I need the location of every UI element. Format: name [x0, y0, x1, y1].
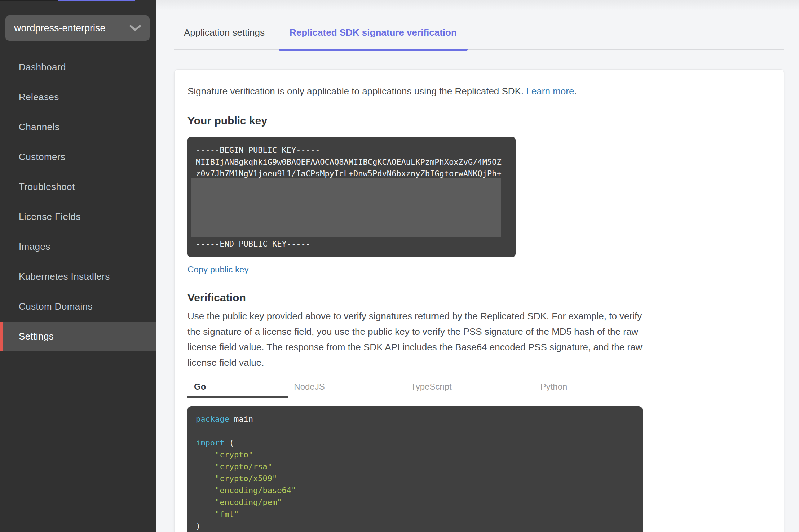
sidebar-item-license-fields[interactable]: License Fields — [0, 202, 156, 232]
code-line: ) — [196, 520, 643, 532]
sidebar-item-label: Images — [19, 241, 50, 252]
tab-replicated-sdk-signature-verification[interactable]: Replicated SDK signature verification — [279, 27, 468, 49]
learn-more-link[interactable]: Learn more — [526, 86, 574, 97]
sidebar-item-label: Troubleshoot — [19, 181, 75, 192]
public-key-line: z0v7Jh7M1NgV1joeu9l1/IaCPsMpyIcL+Dnw5Pdv… — [196, 168, 502, 179]
code-line: "fmt" — [196, 508, 643, 520]
settings-card: Signature verification is only applicabl… — [174, 69, 784, 532]
redacted-key-overlay — [191, 178, 501, 237]
sidebar-item-troubleshoot[interactable]: Troubleshoot — [0, 172, 156, 202]
app-selector-dropdown[interactable]: wordpress-enterprise — [5, 15, 150, 41]
public-key-line: -----BEGIN PUBLIC KEY----- — [196, 145, 320, 156]
top-tabs: Application settingsReplicated SDK signa… — [174, 0, 784, 50]
code-line: "crypto" — [196, 449, 643, 461]
app-window: wordpress-enterprise DashboardReleasesCh… — [0, 0, 799, 532]
sidebar-item-label: Releases — [19, 92, 59, 103]
sidebar-item-label: Custom Domains — [19, 301, 93, 312]
go-code-block: package main import ( "crypto" "crypto/r… — [187, 406, 643, 532]
code-line: "crypto/x509" — [196, 473, 643, 484]
copy-public-key-link[interactable]: Copy public key — [187, 265, 248, 275]
sidebar-item-channels[interactable]: Channels — [0, 112, 156, 142]
app-selector-label: wordpress-enterprise — [14, 23, 129, 34]
sidebar-item-label: Settings — [19, 331, 54, 342]
public-key-heading: Your public key — [187, 114, 784, 127]
top-strip-purple — [58, 0, 135, 1]
code-content: package main import ( "crypto" "crypto/r… — [196, 413, 643, 532]
sidebar-item-kubernetes-installers[interactable]: Kubernetes Installers — [0, 262, 156, 292]
chevron-down-icon — [129, 25, 141, 31]
intro-lead: Signature verification is only applicabl… — [187, 86, 526, 97]
sidebar-divider — [5, 46, 151, 46]
verification-paragraph: Use the public key provided above to ver… — [187, 309, 645, 371]
lang-tab-python[interactable]: Python — [540, 376, 568, 398]
verification-heading: Verification — [187, 291, 784, 304]
sidebar-item-label: License Fields — [19, 211, 81, 222]
code-line: "encoding/pem" — [196, 496, 643, 508]
code-line: "crypto/rsa" — [196, 461, 643, 473]
intro-suffix: . — [574, 86, 577, 97]
sidebar: wordpress-enterprise DashboardReleasesCh… — [0, 0, 156, 532]
code-line: package main — [196, 413, 643, 425]
lang-tab-typescript[interactable]: TypeScript — [411, 376, 451, 398]
sidebar-nav: DashboardReleasesChannelsCustomersTroubl… — [0, 52, 156, 351]
top-strip-dark — [0, 0, 58, 1]
lang-tab-nodejs[interactable]: NodeJS — [294, 376, 325, 398]
intro-text: Signature verification is only applicabl… — [187, 85, 645, 98]
sidebar-item-releases[interactable]: Releases — [0, 82, 156, 112]
code-line: import ( — [196, 437, 643, 449]
sidebar-item-customers[interactable]: Customers — [0, 142, 156, 172]
lang-tab-go[interactable]: Go — [187, 376, 288, 398]
sidebar-item-label: Kubernetes Installers — [19, 271, 110, 282]
public-key-line: MIIBIjANBgkqhkiG9w0BAQEFAAOCAQ8AMIIBCgKC… — [196, 156, 502, 168]
sidebar-item-images[interactable]: Images — [0, 232, 156, 262]
sidebar-item-label: Channels — [19, 121, 59, 133]
sidebar-item-custom-domains[interactable]: Custom Domains — [0, 292, 156, 322]
lang-tabs: GoNodeJSTypeScriptPython — [187, 376, 643, 398]
public-key-block: -----END PUBLIC KEY----- -----BEGIN PUBL… — [187, 137, 516, 257]
sidebar-item-settings[interactable]: Settings — [0, 322, 156, 351]
code-line — [196, 425, 643, 437]
sidebar-item-label: Customers — [19, 151, 65, 163]
tab-application-settings[interactable]: Application settings — [184, 27, 265, 49]
sidebar-item-label: Dashboard — [19, 62, 66, 73]
public-key-end-line: -----END PUBLIC KEY----- — [196, 238, 310, 250]
code-line: "encoding/base64" — [196, 484, 643, 496]
sidebar-item-dashboard[interactable]: Dashboard — [0, 52, 156, 82]
